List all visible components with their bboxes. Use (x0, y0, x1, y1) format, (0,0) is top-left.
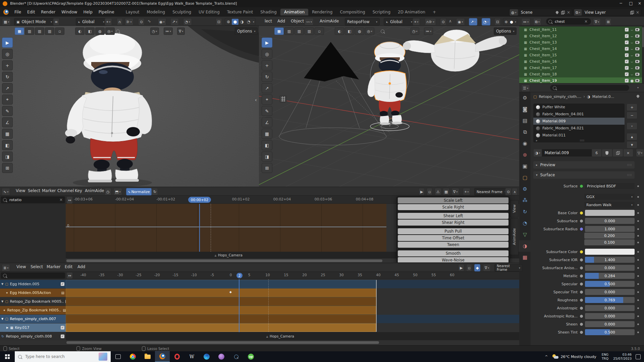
graph-box-icon[interactable]: ▫ (427, 188, 432, 195)
file-explorer-icon[interactable] (140, 351, 155, 362)
gizmos-dropdown-icon-right[interactable]: ↗▾ (469, 18, 477, 25)
camera-visibility-icon[interactable] (635, 79, 639, 82)
surface-shader-button[interactable]: Principled BSDF (585, 183, 635, 189)
nla-channel-retopo-zip-action[interactable]: ✦Retopo_Zip Bookmark H005..▤ (0, 306, 66, 314)
studio-light-icon[interactable]: ◧ (85, 27, 95, 35)
tool-transform-right[interactable]: ⌖ (262, 95, 272, 105)
marker-label[interactable]: Hops_Camera (270, 334, 294, 338)
menu-item-wave-noise[interactable]: Wave-Noise (398, 257, 508, 263)
menu-animaide[interactable]: AnimAide (317, 19, 342, 23)
menu-select-truncated[interactable]: lect (262, 19, 275, 23)
graph-pivot-icon[interactable]: ⌖▾ (463, 188, 470, 195)
subsurface-slider[interactable]: 0.000 (585, 218, 635, 224)
outliner-scrollbar[interactable] (642, 27, 644, 47)
tab-modeling[interactable]: Modeling (143, 9, 169, 15)
nla-channel-simply-cloth-008[interactable]: ↻Retopo_simply_cloth.008✓ (0, 332, 66, 341)
tab-object-icon[interactable]: ▢ (519, 172, 531, 183)
graph-proportional-icon[interactable]: ⊙ (505, 188, 512, 195)
tab-tool-icon[interactable]: ⚙ (519, 92, 531, 104)
snap-magnet-icon-right[interactable]: ∩⊪▾ (425, 18, 436, 25)
breadcrumb-material[interactable]: Material.0... (592, 95, 614, 99)
wikipedia-icon[interactable]: W (184, 351, 199, 362)
xray-toggle-icon[interactable]: ⊡ (216, 18, 222, 25)
outliner-row[interactable]: ▦Chest_Item_16✓⌣ (519, 58, 642, 65)
tool-cursor-right[interactable]: ◎ (262, 49, 272, 59)
tool-move-right[interactable]: + (262, 60, 272, 70)
exclude-checkbox[interactable]: ✓ (625, 28, 629, 32)
material-slot[interactable]: Puffer White (533, 104, 625, 111)
nla-strip-area[interactable]: ◆ ▵ Hops_Camera (66, 279, 519, 340)
material-browse-icon[interactable]: ◑▾ (533, 149, 542, 157)
sheen-tint-slider[interactable]: 0.500 (585, 329, 635, 335)
outliner-row[interactable]: ▦Chest_Item_15✓⌣ (519, 52, 642, 58)
graph-filter-funnel-icon[interactable]: ∇▾ (451, 188, 459, 195)
graph-falloff-icon[interactable]: ∧ (512, 188, 518, 195)
expand-width-icon[interactable]: ↔ (66, 196, 73, 204)
hide-eye-icon[interactable]: ⌣ (629, 53, 635, 58)
pin-icon[interactable] (555, 10, 559, 14)
tab-uv-editing[interactable]: UV Editing (195, 9, 223, 15)
menu-help[interactable]: Help (80, 10, 95, 14)
viewport-right-search-icon[interactable] (381, 29, 384, 33)
camera-visibility-icon[interactable] (635, 73, 639, 76)
viewport-left-list-dropdown-icon[interactable]: ≔▾ (164, 27, 173, 35)
tab-sculpting[interactable]: Sculpting (169, 9, 195, 15)
viewport-right-canvas[interactable] (259, 26, 519, 187)
matcap-icon-right[interactable]: ◐ (335, 27, 344, 35)
material-slot[interactable]: Fabric_Modern_04.001 (533, 111, 625, 118)
close-button[interactable]: × (636, 1, 643, 6)
exclude-checkbox[interactable]: ✓ (625, 53, 629, 57)
task-view-button[interactable] (111, 351, 125, 362)
anisotropic-slider[interactable]: 0.000 (585, 305, 635, 311)
menu-item-smooth[interactable]: Smooth (398, 250, 508, 256)
weather-widget[interactable]: 26°C Mostly cloudy (552, 354, 596, 359)
tab-material-icon[interactable]: ◑ (519, 240, 531, 252)
nla-menu-select[interactable]: Select (28, 264, 46, 269)
tab-scripting[interactable]: Scripting (369, 9, 394, 15)
material-slot[interactable]: Fabric_Modern_04.021 (533, 125, 625, 132)
menu-file[interactable]: File (11, 10, 24, 14)
graph-channel-search[interactable]: × (1, 196, 65, 203)
nla-cursor-icon[interactable]: ▶ (458, 264, 464, 272)
tab-view-layer-icon[interactable]: ⧉ (519, 126, 531, 138)
tool-rotate[interactable]: ↻ (2, 72, 13, 82)
menu-add[interactable]: Add (274, 19, 288, 23)
hamburger-menu-icon[interactable]: ≡ (53, 18, 59, 25)
distribution-dropdown[interactable]: GGX▾ (584, 194, 635, 200)
mode-dropdown-icon[interactable]: 〰▾ (305, 18, 314, 25)
outliner-row[interactable]: ▦Chest_Item_12✓⌣ (519, 33, 642, 39)
tool-scale[interactable]: ↗ (2, 83, 13, 93)
current-frame-pill[interactable]: 00:00+02 (188, 197, 211, 203)
camera-visibility-icon[interactable] (635, 28, 639, 31)
tool-annotate[interactable]: ✎ (2, 106, 13, 116)
camera-visibility-icon[interactable] (635, 35, 639, 38)
edge-icon[interactable] (199, 351, 214, 362)
menu-edit[interactable]: Edit (24, 10, 38, 14)
hide-eye-icon[interactable]: ⌣ (629, 59, 635, 64)
marker-triangle-icon[interactable]: ▵ (215, 253, 216, 257)
expand-arrow-icon[interactable]: ▸ (536, 139, 538, 142)
menu-item-push-pull[interactable]: Push Pull (398, 228, 508, 234)
tab-modifiers-icon[interactable]: ⚙ (519, 183, 531, 195)
sheen-slider[interactable]: 0.000 (585, 321, 635, 327)
view-toggle-5-icon[interactable]: ▫ (55, 27, 64, 35)
material-slot-active[interactable]: Material.009 (533, 118, 625, 125)
menu-window[interactable]: Window (58, 10, 80, 14)
outliner-filter-mode-icon[interactable]: ⧉▾ (533, 18, 541, 25)
tab-collection-icon[interactable]: ▣ (519, 161, 531, 172)
outliner-row[interactable]: ▦Chest_Item_13✓⌣ (519, 39, 642, 46)
tool-rotate-right[interactable]: ↻ (262, 72, 272, 82)
tab-2d-animation[interactable]: 2D Animation (394, 9, 429, 15)
outliner-display-mode-icon[interactable]: ≔▾ (521, 18, 530, 25)
maximize-button[interactable]: □ (627, 1, 635, 6)
flat-light-icon-right[interactable]: ◍ (355, 27, 364, 35)
clear-search-icon[interactable]: × (584, 19, 588, 24)
graph-hscrollbar[interactable] (66, 259, 382, 262)
tool-cursor[interactable]: ◎ (2, 49, 13, 59)
viewport-right-options-button[interactable]: Options▾ (494, 27, 517, 35)
scene-icon[interactable]: ◍▾ (509, 9, 518, 16)
clock-widget[interactable]: 03:4625/07/2023 (613, 353, 632, 361)
outliner-search-input[interactable] (554, 19, 582, 24)
tab-texture-icon[interactable]: ▦ (519, 252, 531, 263)
delete-view-layer-icon[interactable]: × (636, 10, 639, 15)
